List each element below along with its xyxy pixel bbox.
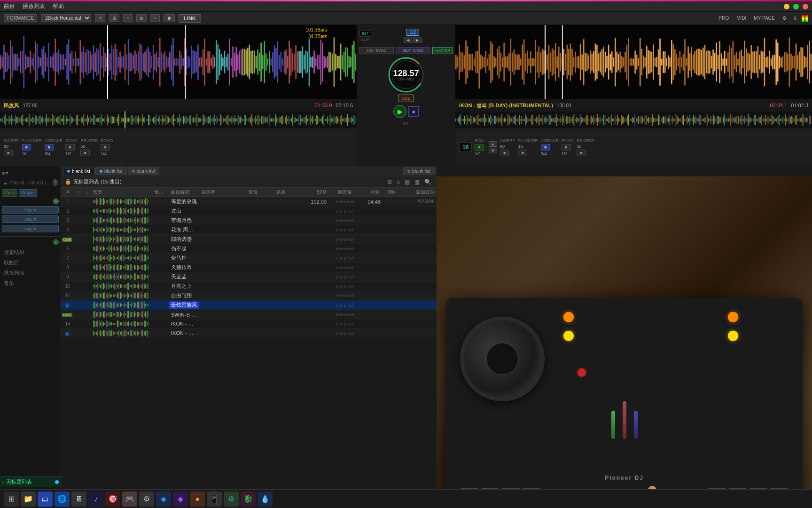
track-row[interactable]: CUE 郎的诱惑 ☆☆☆☆☆ [61,235,437,244]
cue-btn-center[interactable]: CUE [398,95,414,102]
taskbar-dj-icon[interactable]: 🎯 [105,492,120,507]
taskbar-phone-icon[interactable]: 📱 [207,492,222,507]
play-btn-left[interactable]: ▶ [393,105,406,118]
red-btn-1[interactable] [578,368,586,377]
sidebar-untitled-playlist[interactable]: ♪ 无标题列表 [0,476,61,487]
fx-flanger-btn-left[interactable]: ■ [22,144,31,151]
login-btn-4[interactable]: Log In [2,225,59,232]
fx-vbrake-btn-left[interactable]: ■ [45,144,54,151]
track-row[interactable]: 7 套马杆 ☆☆☆☆☆ [61,254,437,263]
free-btn[interactable]: Free [2,189,17,197]
menu-item-tracks[interactable]: 曲目 [4,2,15,10]
lib-col-btn[interactable]: ▥ [413,178,421,186]
minimize-btn[interactable] [784,4,789,9]
waveform-right-main[interactable] [455,25,812,99]
scroll-down-btn[interactable]: ▼ [53,239,59,245]
taskbar-browser-icon[interactable]: 🌐 [55,492,70,507]
fx-sweep-btn-right[interactable]: ■ [500,150,509,156]
sidebar-songs[interactable]: 歌曲目 [4,258,57,267]
fader-3[interactable] [634,411,638,439]
menu-item-help[interactable]: 帮助 [53,2,64,10]
nav-up-right[interactable]: ▲ [489,141,497,147]
track-row[interactable]: CUE SWIN-S - Just Because ☆☆☆☆☆ [61,310,437,319]
track-row[interactable]: 14 IKON - 벌떼 (B-DAY) M ☆☆☆☆☆ [61,319,437,329]
taskbar-music-icon[interactable]: ♪ [88,492,103,507]
taskbar-game-icon[interactable]: 🎮 [122,492,137,507]
sidebar-playlists[interactable]: 播放列表 [4,269,57,278]
waveform-left-mini[interactable] [0,111,357,128]
col-h-title[interactable]: 曲目标题 [169,189,199,196]
taskbar-blue-icon[interactable]: ◈ [156,492,171,507]
performance-btn[interactable]: FORMANCE [4,14,37,22]
login-btn-3[interactable]: Log In [2,215,59,223]
lib-list-btn[interactable]: ≡ [395,178,401,186]
col-h-artist[interactable]: 表演者 [199,189,246,196]
track-row[interactable]: 10 月亮之上 ☆☆☆☆☆ [61,282,437,291]
stop-btn[interactable]: ■ [408,106,419,117]
yellow-btn-1[interactable] [563,331,574,341]
fx-sweep-btn-left[interactable]: ■ [4,150,13,156]
orange-btn-2[interactable] [728,312,738,322]
waveform-btn[interactable]: ≋ [95,14,105,22]
track-row[interactable]: 8 天籁传奇 ☆☆☆☆☆ [61,263,437,272]
tab-blank-2[interactable]: blank list [95,167,127,175]
list-btn[interactable]: ≡ [123,14,133,22]
taskbar-gear-icon[interactable]: ⚙ [224,492,239,507]
close-btn[interactable] [803,4,808,9]
col-h-flag[interactable]: ↑ [74,190,83,195]
fx-reverb-btn-left[interactable]: ■ [80,150,89,156]
info-btn[interactable]: ℹ [792,15,798,22]
track-row[interactable]: 9 天蓝蓝 ☆☆☆☆☆ [61,272,437,282]
taskbar-water-icon[interactable]: 💧 [258,492,273,507]
fx-reverb-btn-right[interactable]: ■ [577,150,586,156]
tab-blank-1[interactable]: blank list [63,168,94,175]
pro-btn[interactable]: PRO [717,15,731,22]
half-time[interactable]: 1/2 [406,29,419,36]
sidebar-list-btn[interactable]: ≡ [2,170,5,176]
fader-2[interactable] [623,401,626,439]
taskbar-explorer-icon[interactable]: 🗂 [38,492,53,507]
track-row[interactable]: 4 花海 周杰伦 (欧调版) ☆☆☆☆☆ [61,225,437,235]
login-btn-2[interactable]: Log In [2,206,59,214]
nav-down-right[interactable]: ▼ [489,148,497,153]
layout-select[interactable]: 2Deck Horizontal [41,14,91,22]
track-row[interactable]: 2 IKON - 벌떼 (B-DAY) IN ☆☆☆☆☆ [61,329,437,338]
key-sync-btn[interactable]: KEY SYNC [359,47,394,54]
mypage-btn[interactable]: MY PAGE [752,15,777,22]
track-row[interactable]: 2 过山 ☆☆☆☆☆ [61,206,437,216]
col-h-time[interactable]: 时间 [361,189,383,196]
tab-blank-4[interactable]: blank list [403,167,435,175]
fx-echo-btn-left[interactable]: ■ [65,144,74,151]
track-row[interactable]: 3 荷塘月色 ☆☆☆☆☆ [61,216,437,225]
sidebar-sort-btn[interactable]: ▾ [6,170,8,176]
prev-btn[interactable]: ◀ [404,37,412,43]
taskbar-dragon-icon[interactable]: 🐉 [241,492,256,507]
sidebar-info-btn[interactable]: ? [53,179,58,186]
waveform-right-mini[interactable] [455,111,812,128]
fx-echo-btn-right[interactable]: ■ [562,144,570,151]
fader-1[interactable] [611,411,615,439]
fx-vbrake-btn-right[interactable]: ■ [541,144,550,151]
taskbar-grid-icon[interactable]: ⊞ [4,492,19,507]
login-btn-1[interactable]: Log In [19,189,37,197]
track-row[interactable]: 1 等爱的玫瑰 102.00 ☆☆☆☆☆ 04:48 2023/9/6 [61,197,437,206]
settings-btn[interactable]: ⚙ [781,15,789,22]
col-h-bpm[interactable]: BPM [303,190,328,195]
taskbar-settings-icon[interactable]: ⚙ [139,492,154,507]
fx-roll-btn[interactable]: ■ [475,144,484,151]
midi-btn[interactable]: MIDI [734,15,748,22]
lib-grid-btn[interactable]: ⊞ [386,178,393,186]
col-h-num[interactable]: # [61,190,74,195]
fx-echo2-btn-left[interactable]: ■ [101,144,109,151]
orange-btn-1[interactable] [563,312,574,322]
tab-blank-3[interactable]: blank list [128,167,159,175]
beat-sync-btn[interactable]: BEAT SYNC [396,47,430,54]
link-btn[interactable]: LINK [179,14,201,23]
rec-btn[interactable]: ⏺ [164,14,175,22]
col-h-sort[interactable]: ↓ [83,190,91,195]
sidebar-playlist-sync[interactable]: ☁ Playlist - Cloud Library Syn ? [0,178,61,187]
fx-btn[interactable]: ⊕ [136,14,147,22]
menu-item-playlist[interactable]: 播放列表 [23,2,45,10]
lib-search-btn[interactable]: 🔍 [423,178,433,186]
yellow-btn-2[interactable] [728,331,738,341]
